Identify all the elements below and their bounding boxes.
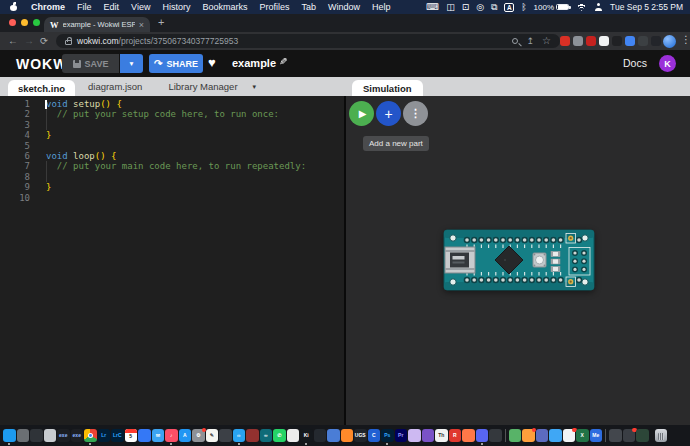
menu-edit[interactable]: Edit [104,2,120,12]
screen-record-icon[interactable]: ◎ [476,3,484,12]
save-dropdown-button[interactable]: ▼ [120,54,143,73]
dock-app[interactable] [17,429,30,442]
extension-mail-icon[interactable] [586,36,596,46]
dock-screen-capture[interactable] [636,429,649,442]
battery-indicator[interactable]: 100% [534,3,569,12]
dock-music[interactable]: ♪ [165,429,178,442]
profile-avatar[interactable] [663,35,676,48]
edit-title-pencil-icon[interactable]: ✎ [279,56,287,67]
dock-system-settings[interactable]: ⚙ [192,429,205,442]
share-button[interactable]: ↷ SHARE [149,54,203,73]
menu-tab[interactable]: Tab [301,2,316,12]
dock-books[interactable] [246,429,259,442]
dock-app[interactable] [219,429,232,442]
dock-photoshop[interactable]: Ps [381,429,394,442]
menu-file[interactable]: File [77,2,92,12]
dock-notes[interactable]: ✎ [206,429,219,442]
dock-finder[interactable] [3,429,16,442]
user-switch-icon[interactable] [594,3,603,11]
dock-design-tool[interactable] [287,429,300,442]
wifi-icon[interactable] [576,3,587,11]
dock-github[interactable] [314,429,327,442]
tab-library-manager[interactable]: Library Manager [155,77,250,96]
extension-dark-icon[interactable] [651,36,661,46]
dock-arduino-ide[interactable]: ∞ [260,429,273,442]
bluetooth-icon[interactable]: ᛒ [521,3,526,12]
dock-app[interactable] [489,429,502,442]
dock-app-store[interactable]: A [179,429,192,442]
extension-pdf-icon[interactable] [599,36,609,46]
minimize-window-button[interactable] [21,19,28,26]
dock-capture-one[interactable]: C [368,429,381,442]
dock-app[interactable]: R [449,429,462,442]
keyboard-icon[interactable]: ⌨ [426,3,439,12]
dock-app[interactable] [462,429,475,442]
new-tab-button[interactable]: + [158,16,164,28]
apple-logo-icon[interactable] [10,3,17,11]
library-dropdown-caret-icon[interactable]: ▾ [253,83,257,91]
dock-app[interactable] [422,429,435,442]
menu-history[interactable]: History [162,2,190,12]
save-button[interactable]: SAVE [62,54,119,73]
reload-button[interactable]: ⟳ [40,35,48,47]
zoom-window-button[interactable] [33,19,40,26]
dock-app[interactable] [138,429,151,442]
extensions-puzzle-icon[interactable] [638,36,648,46]
close-tab-icon[interactable]: × [139,20,144,30]
dock-calendar[interactable]: 5 [125,429,138,442]
dock-window[interactable] [609,429,622,442]
menu-profiles[interactable]: Profiles [259,2,289,12]
dock-app[interactable] [563,429,576,442]
extension-drive-icon[interactable] [625,36,635,46]
dock-app[interactable]: Me [590,429,603,442]
menubar-clock[interactable]: Tue Sep 5 2:55 PM [610,2,683,12]
dock-chrome[interactable] [84,429,97,442]
dock-mail[interactable]: ✉ [152,429,165,442]
docs-link[interactable]: Docs [623,57,647,69]
dock-excel[interactable]: X [576,429,589,442]
simulation-menu-button[interactable]: ⋮ [403,101,428,126]
browser-menu-icon[interactable]: ⋮ [681,34,690,45]
dock-app[interactable] [341,429,354,442]
dock-discord[interactable] [476,429,489,442]
dock-vscode[interactable]: ‹› [233,429,246,442]
dock-lightroom[interactable]: Lr [98,429,111,442]
dock-ugs[interactable]: UGS [354,429,367,442]
menu-chrome[interactable]: Chrome [31,2,65,12]
dock-executable[interactable]: exe [57,429,70,442]
dock-trash[interactable] [655,429,668,442]
dock-app[interactable] [536,429,549,442]
tab-diagram-json[interactable]: diagram.json [75,77,155,96]
dock-app[interactable] [509,429,522,442]
tab-simulation[interactable]: Simulation [352,80,423,96]
dock-premiere[interactable]: Pr [395,429,408,442]
add-part-button[interactable]: + [376,101,401,126]
extension-timer-icon[interactable] [612,36,622,46]
user-avatar[interactable]: K [659,55,676,72]
menu-window[interactable]: Window [328,2,360,12]
like-heart-icon[interactable]: ♥ [208,55,216,70]
address-bar[interactable]: wokwi.com/projects/375067340377725953 ↥ … [56,34,560,48]
menu-view[interactable]: View [131,2,150,12]
dock-app[interactable] [44,429,57,442]
code-editor[interactable]: 1void setup() {2 // put your setup code … [0,96,344,425]
dock-app[interactable] [327,429,340,442]
dock-thonny[interactable]: Th [435,429,448,442]
display-icon[interactable]: ⊡ [462,3,470,12]
tab-sketch-ino[interactable]: sketch.ino [8,80,75,96]
menu-bookmarks[interactable]: Bookmarks [202,2,247,12]
dock-app[interactable] [623,429,636,442]
stage-manager-icon[interactable]: ⧉ [491,3,497,12]
dock-whatsapp[interactable]: ✆ [273,429,286,442]
extension-icon[interactable] [573,36,583,46]
forward-button[interactable]: → [24,35,34,47]
dock-executable[interactable]: exe [71,429,84,442]
window-tiling-icon[interactable]: ◫ [446,3,455,12]
dock-app[interactable] [408,429,421,442]
dock-app[interactable] [549,429,562,442]
dock-app[interactable] [522,429,535,442]
lock-icon[interactable] [65,40,72,45]
input-source-icon[interactable]: A [504,3,514,12]
extension-record-icon[interactable] [560,36,570,46]
share-icon[interactable]: ↥ [526,37,534,46]
